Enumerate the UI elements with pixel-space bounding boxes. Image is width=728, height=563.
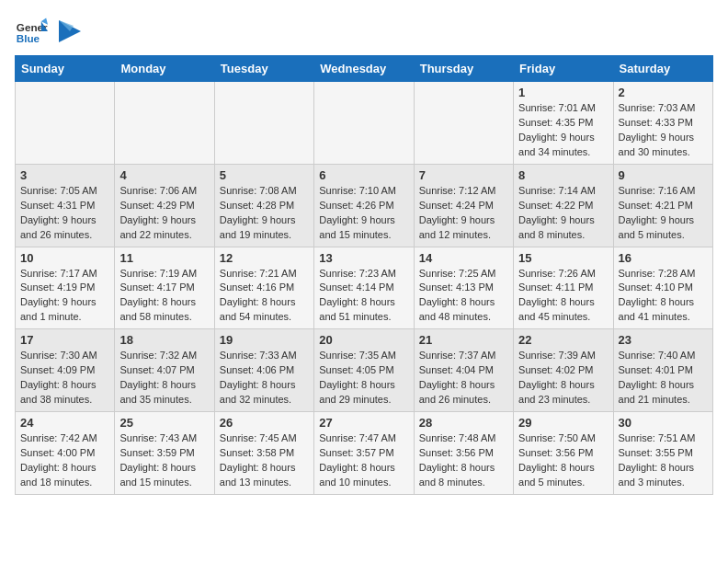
calendar-cell: 24Sunrise: 7:42 AMSunset: 4:00 PMDayligh… [16,412,115,495]
day-number: 25 [119,416,209,430]
weekday-header-thursday: Thursday [414,56,513,82]
day-info: Sunrise: 7:03 AMSunset: 4:33 PMDaylight:… [619,101,708,160]
day-number: 28 [419,416,508,430]
calendar-cell: 27Sunrise: 7:47 AMSunset: 3:57 PMDayligh… [314,412,414,495]
day-info: Sunrise: 7:08 AMSunset: 4:28 PMDaylight:… [220,184,309,243]
day-info: Sunrise: 7:40 AMSunset: 4:01 PMDaylight:… [619,349,708,408]
day-number: 18 [119,333,209,347]
calendar-cell: 30Sunrise: 7:51 AMSunset: 3:55 PMDayligh… [613,412,712,495]
day-info: Sunrise: 7:21 AMSunset: 4:16 PMDaylight:… [220,267,309,326]
day-info: Sunrise: 7:32 AMSunset: 4:07 PMDaylight:… [119,349,209,408]
calendar-cell [115,82,214,165]
calendar-body: 1Sunrise: 7:01 AMSunset: 4:35 PMDaylight… [16,82,713,495]
day-info: Sunrise: 7:37 AMSunset: 4:04 PMDaylight:… [419,349,508,408]
day-number: 24 [20,416,109,430]
day-number: 5 [220,168,309,182]
weekday-header-tuesday: Tuesday [214,56,313,82]
page-header: General Blue [15,15,713,48]
day-info: Sunrise: 7:43 AMSunset: 3:59 PMDaylight:… [119,431,209,490]
calendar-cell: 9Sunrise: 7:16 AMSunset: 4:21 PMDaylight… [613,164,712,247]
day-info: Sunrise: 7:06 AMSunset: 4:29 PMDaylight:… [119,184,209,243]
day-info: Sunrise: 7:14 AMSunset: 4:22 PMDaylight:… [518,184,608,243]
calendar-cell: 4Sunrise: 7:06 AMSunset: 4:29 PMDaylight… [115,164,214,247]
calendar-cell: 1Sunrise: 7:01 AMSunset: 4:35 PMDaylight… [514,82,613,165]
calendar-week-row: 1Sunrise: 7:01 AMSunset: 4:35 PMDaylight… [16,82,713,165]
calendar-cell: 14Sunrise: 7:25 AMSunset: 4:13 PMDayligh… [414,247,513,329]
calendar-cell [314,82,414,165]
day-number: 1 [518,86,608,99]
day-number: 20 [319,333,408,347]
calendar-cell: 23Sunrise: 7:40 AMSunset: 4:01 PMDayligh… [613,329,712,412]
calendar-cell: 19Sunrise: 7:33 AMSunset: 4:06 PMDayligh… [214,329,313,412]
day-number: 26 [220,416,309,430]
day-info: Sunrise: 7:28 AMSunset: 4:10 PMDaylight:… [619,267,708,326]
day-number: 2 [619,86,708,99]
day-info: Sunrise: 7:10 AMSunset: 4:26 PMDaylight:… [319,184,408,243]
day-info: Sunrise: 7:19 AMSunset: 4:17 PMDaylight:… [119,267,209,326]
svg-text:Blue: Blue [17,32,40,44]
calendar-cell: 13Sunrise: 7:23 AMSunset: 4:14 PMDayligh… [314,247,414,329]
calendar-cell: 6Sunrise: 7:10 AMSunset: 4:26 PMDaylight… [314,164,414,247]
day-number: 27 [319,416,408,430]
day-number: 6 [319,168,408,182]
day-number: 3 [20,168,109,182]
logo-icon: General Blue [15,15,48,48]
weekday-header-wednesday: Wednesday [314,56,414,82]
calendar-cell: 3Sunrise: 7:05 AMSunset: 4:31 PMDaylight… [16,164,115,247]
day-number: 8 [518,168,608,182]
weekday-header-monday: Monday [115,56,214,82]
logo-arrow-icon [59,20,81,42]
day-info: Sunrise: 7:35 AMSunset: 4:05 PMDaylight:… [319,349,408,408]
calendar-cell: 18Sunrise: 7:32 AMSunset: 4:07 PMDayligh… [115,329,214,412]
day-info: Sunrise: 7:45 AMSunset: 3:58 PMDaylight:… [220,431,309,490]
calendar-cell: 2Sunrise: 7:03 AMSunset: 4:33 PMDaylight… [613,82,712,165]
day-number: 30 [619,416,708,430]
calendar-cell: 28Sunrise: 7:48 AMSunset: 3:56 PMDayligh… [414,412,513,495]
day-number: 12 [220,251,309,265]
calendar-cell: 12Sunrise: 7:21 AMSunset: 4:16 PMDayligh… [214,247,313,329]
calendar-week-row: 10Sunrise: 7:17 AMSunset: 4:19 PMDayligh… [16,247,713,329]
calendar-cell: 8Sunrise: 7:14 AMSunset: 4:22 PMDaylight… [514,164,613,247]
calendar-cell: 17Sunrise: 7:30 AMSunset: 4:09 PMDayligh… [16,329,115,412]
day-info: Sunrise: 7:01 AMSunset: 4:35 PMDaylight:… [518,101,608,160]
weekday-header-saturday: Saturday [613,56,712,82]
day-info: Sunrise: 7:12 AMSunset: 4:24 PMDaylight:… [419,184,508,243]
calendar-cell [16,82,115,165]
calendar-cell: 26Sunrise: 7:45 AMSunset: 3:58 PMDayligh… [214,412,313,495]
day-number: 11 [119,251,209,265]
day-number: 22 [518,333,608,347]
logo: General Blue [15,15,81,48]
calendar-cell: 7Sunrise: 7:12 AMSunset: 4:24 PMDaylight… [414,164,513,247]
calendar-week-row: 3Sunrise: 7:05 AMSunset: 4:31 PMDaylight… [16,164,713,247]
day-info: Sunrise: 7:26 AMSunset: 4:11 PMDaylight:… [518,267,608,326]
calendar-cell: 15Sunrise: 7:26 AMSunset: 4:11 PMDayligh… [514,247,613,329]
day-info: Sunrise: 7:50 AMSunset: 3:56 PMDaylight:… [518,431,608,490]
day-number: 17 [20,333,109,347]
day-info: Sunrise: 7:23 AMSunset: 4:14 PMDaylight:… [319,267,408,326]
calendar-cell: 22Sunrise: 7:39 AMSunset: 4:02 PMDayligh… [514,329,613,412]
calendar-week-row: 17Sunrise: 7:30 AMSunset: 4:09 PMDayligh… [16,329,713,412]
day-number: 23 [619,333,708,347]
calendar-cell: 29Sunrise: 7:50 AMSunset: 3:56 PMDayligh… [514,412,613,495]
weekday-header-sunday: Sunday [16,56,115,82]
day-info: Sunrise: 7:39 AMSunset: 4:02 PMDaylight:… [518,349,608,408]
calendar-cell: 10Sunrise: 7:17 AMSunset: 4:19 PMDayligh… [16,247,115,329]
day-number: 9 [619,168,708,182]
calendar-cell: 21Sunrise: 7:37 AMSunset: 4:04 PMDayligh… [414,329,513,412]
weekday-header-row: SundayMondayTuesdayWednesdayThursdayFrid… [16,56,713,82]
day-number: 10 [20,251,109,265]
day-number: 15 [518,251,608,265]
calendar-cell: 11Sunrise: 7:19 AMSunset: 4:17 PMDayligh… [115,247,214,329]
day-info: Sunrise: 7:51 AMSunset: 3:55 PMDaylight:… [619,431,708,490]
day-number: 16 [619,251,708,265]
calendar-cell: 20Sunrise: 7:35 AMSunset: 4:05 PMDayligh… [314,329,414,412]
day-info: Sunrise: 7:05 AMSunset: 4:31 PMDaylight:… [20,184,109,243]
calendar-cell: 16Sunrise: 7:28 AMSunset: 4:10 PMDayligh… [613,247,712,329]
day-number: 29 [518,416,608,430]
day-info: Sunrise: 7:16 AMSunset: 4:21 PMDaylight:… [619,184,708,243]
day-info: Sunrise: 7:17 AMSunset: 4:19 PMDaylight:… [20,267,109,326]
calendar-table: SundayMondayTuesdayWednesdayThursdayFrid… [15,55,713,495]
day-number: 7 [419,168,508,182]
weekday-header-friday: Friday [514,56,613,82]
day-number: 4 [119,168,209,182]
